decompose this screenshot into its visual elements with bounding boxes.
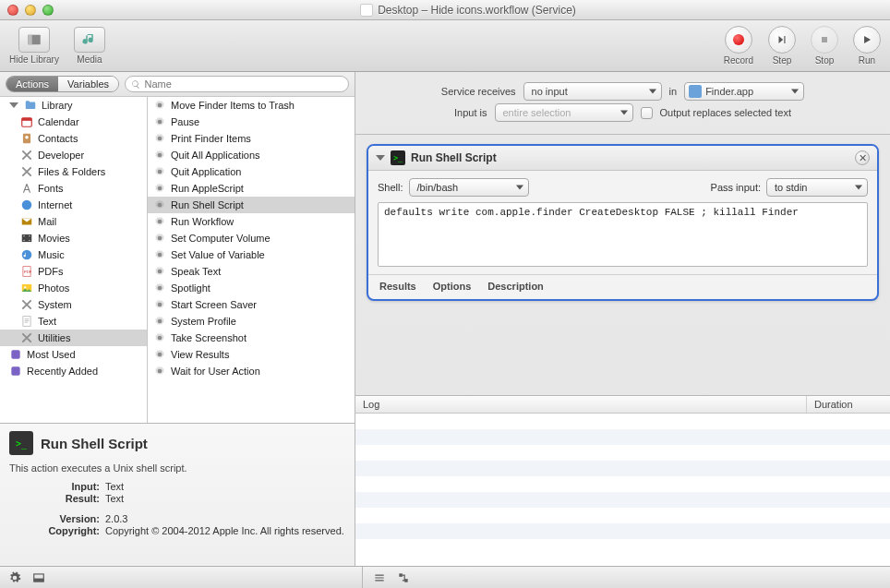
log-rows <box>355 414 890 566</box>
action-card-titlebar[interactable]: >_ Run Shell Script ✕ <box>368 146 877 171</box>
action-icon <box>153 198 166 211</box>
run-button[interactable]: Run <box>853 26 881 66</box>
close-icon[interactable]: ✕ <box>855 150 870 165</box>
stop-button[interactable]: Stop <box>811 26 838 66</box>
record-icon <box>725 26 752 54</box>
action-icon <box>153 99 166 112</box>
action-item[interactable]: View Results <box>148 346 355 363</box>
tab-variables[interactable]: Variables <box>58 77 118 91</box>
gear-icon[interactable] <box>7 570 22 585</box>
search-input[interactable] <box>144 78 343 90</box>
panel-toggle-icon[interactable] <box>31 570 46 585</box>
action-item[interactable]: Pause <box>148 114 355 130</box>
input-is-select: entire selection <box>495 103 633 122</box>
tab-actions[interactable]: Actions <box>6 77 58 91</box>
library-item[interactable]: Text <box>0 313 147 330</box>
library-tabs[interactable]: Actions Variables <box>6 76 119 92</box>
log-col-duration[interactable]: Duration <box>807 396 890 413</box>
step-button[interactable]: Step <box>768 26 796 66</box>
script-textarea[interactable]: defaults write com.apple.finder CreateDe… <box>378 202 868 267</box>
action-item[interactable]: Print Finder Items <box>148 130 355 147</box>
action-item[interactable]: Run Workflow <box>148 213 355 230</box>
record-button[interactable]: Record <box>724 26 753 66</box>
library-item[interactable]: PDFPDFs <box>0 263 147 280</box>
run-icon <box>853 26 881 54</box>
action-item[interactable]: Set Value of Variable <box>148 246 355 263</box>
library-item[interactable]: Contacts <box>0 130 147 147</box>
library-item[interactable]: Internet <box>0 197 147 213</box>
info-value: Text <box>105 493 345 504</box>
library-item[interactable]: System <box>0 296 147 313</box>
svg-point-13 <box>22 250 32 260</box>
media-button[interactable]: Media <box>74 27 105 65</box>
library-item[interactable]: Developer <box>0 147 147 163</box>
log-header[interactable]: Log Duration <box>355 396 890 414</box>
library-item[interactable]: Fonts <box>0 180 147 197</box>
output-replaces-checkbox[interactable] <box>641 107 653 119</box>
library-smart-item[interactable]: Recently Added <box>0 363 147 379</box>
pass-input-select[interactable]: to stdin <box>766 178 868 197</box>
library-smart-item[interactable]: Most Used <box>0 346 147 363</box>
library-item[interactable]: Movies <box>0 230 147 246</box>
action-icon <box>153 215 166 228</box>
action-item[interactable]: Run Shell Script <box>148 197 355 213</box>
action-icon <box>153 165 166 178</box>
workflow-canvas[interactable]: >_ Run Shell Script ✕ Shell: /bin/bash P… <box>355 135 890 395</box>
actions-list[interactable]: Move Finder Items to TrashPausePrint Fin… <box>148 97 355 423</box>
action-item[interactable]: Set Computer Volume <box>148 230 355 246</box>
action-item[interactable]: Spotlight <box>148 280 355 296</box>
info-value: Text <box>105 481 345 492</box>
minimize-icon[interactable] <box>25 5 36 16</box>
terminal-icon: >_ <box>9 431 33 455</box>
action-item[interactable]: Quit Application <box>148 163 355 180</box>
window-title-text: Desktop – Hide icons.workflow (Service) <box>378 4 576 17</box>
info-key: Copyright: <box>9 525 105 536</box>
hide-library-button[interactable]: Hide Library <box>9 27 59 65</box>
action-item[interactable]: Wait for User Action <box>148 363 355 379</box>
smart-folder-icon <box>9 348 22 361</box>
flow-view-icon[interactable] <box>396 570 411 585</box>
library-item[interactable]: Utilities <box>0 330 147 346</box>
action-item[interactable]: System Profile <box>148 313 355 330</box>
action-item[interactable]: Run AppleScript <box>148 180 355 197</box>
disclosure-down-icon[interactable] <box>376 155 385 161</box>
action-item[interactable]: Take Screenshot <box>148 330 355 346</box>
disclosure-down-icon[interactable] <box>9 102 18 108</box>
action-item[interactable]: Quit All Applications <box>148 147 355 163</box>
library-categories[interactable]: Library CalendarContactsDeveloperFiles &… <box>0 97 148 423</box>
window-title: Desktop – Hide icons.workflow (Service) <box>54 4 883 17</box>
footer-description[interactable]: Description <box>487 281 544 292</box>
action-icon <box>153 282 166 294</box>
category-icon <box>20 165 33 178</box>
footer-options[interactable]: Options <box>433 281 472 292</box>
action-item[interactable]: Start Screen Saver <box>148 296 355 313</box>
action-card-run-shell-script[interactable]: >_ Run Shell Script ✕ Shell: /bin/bash P… <box>367 144 879 301</box>
svg-point-6 <box>25 136 29 139</box>
category-icon <box>20 215 33 228</box>
service-app-select[interactable]: Finder.app <box>684 82 804 101</box>
library-item[interactable]: Music <box>0 246 147 263</box>
list-view-icon[interactable] <box>372 570 387 585</box>
action-item[interactable]: Move Finder Items to Trash <box>148 97 355 114</box>
search-field[interactable] <box>125 76 349 92</box>
stop-icon <box>811 26 838 54</box>
log-col-log[interactable]: Log <box>355 396 807 413</box>
zoom-icon[interactable] <box>42 5 54 16</box>
library-item[interactable]: Mail <box>0 213 147 230</box>
svg-rect-18 <box>23 317 30 327</box>
action-item[interactable]: Speak Text <box>148 263 355 280</box>
shell-select[interactable]: /bin/bash <box>409 178 529 197</box>
library-root[interactable]: Library <box>0 97 147 114</box>
library-item[interactable]: Photos <box>0 280 147 296</box>
traffic-lights <box>7 5 54 16</box>
library-item[interactable]: Calendar <box>0 114 147 130</box>
svg-rect-20 <box>11 366 19 375</box>
library-item[interactable]: Files & Folders <box>0 163 147 180</box>
action-card-footer: Results Options Description <box>368 274 877 299</box>
close-icon[interactable] <box>7 5 18 16</box>
log-panel: Log Duration <box>355 395 890 566</box>
status-bar <box>0 566 890 588</box>
svg-rect-23 <box>399 573 403 577</box>
footer-results[interactable]: Results <box>379 281 416 292</box>
service-receives-select[interactable]: no input <box>523 82 662 101</box>
